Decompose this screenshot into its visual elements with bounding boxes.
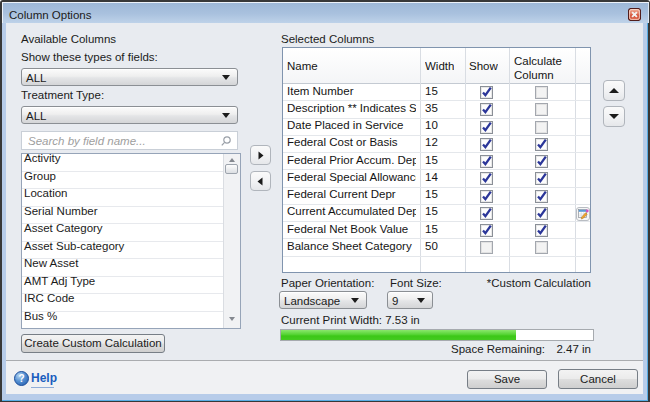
svg-text:?: ? — [18, 373, 24, 384]
